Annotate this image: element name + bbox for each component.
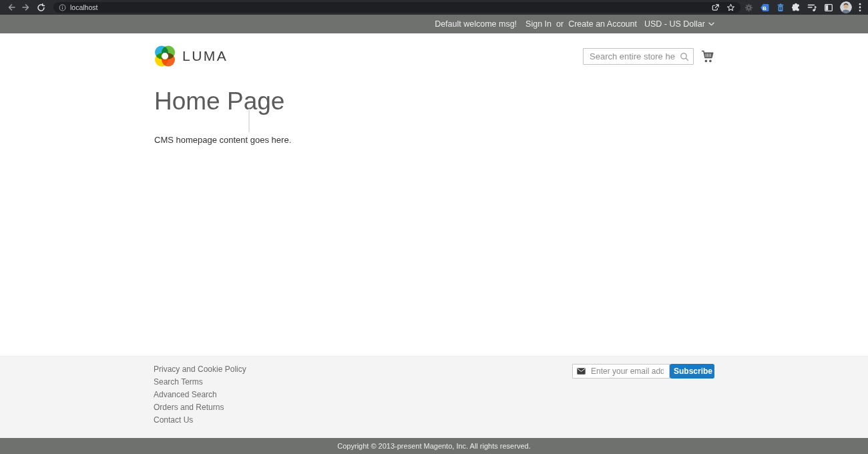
store-top-panel: Default welcome msg! Sign In or Create a… (0, 15, 868, 33)
currency-switcher[interactable]: USD - US Dollar (644, 19, 714, 29)
footer-link-orders-returns[interactable]: Orders and Returns (154, 401, 246, 414)
page-title: Home Page (154, 87, 714, 116)
welcome-message: Default welcome msg! (435, 19, 517, 29)
store-logo[interactable]: LUMA (154, 45, 228, 67)
address-bar[interactable]: localhost (53, 2, 740, 13)
extensions-puzzle-icon[interactable] (791, 3, 801, 12)
luma-logo-mark-icon (154, 45, 176, 67)
profile-avatar[interactable] (840, 1, 852, 13)
svg-text:B: B (763, 5, 767, 11)
browser-reload-button[interactable] (33, 0, 48, 15)
copyright-text: Copyright © 2013-present Magento, Inc. A… (337, 442, 530, 450)
side-panel-icon[interactable] (824, 3, 833, 12)
store-logo-text: LUMA (182, 48, 228, 64)
store-header: LUMA (154, 33, 714, 67)
footer-link-privacy[interactable]: Privacy and Cookie Policy (154, 363, 246, 376)
browser-forward-button[interactable] (19, 0, 33, 15)
footer-link-advanced-search[interactable]: Advanced Search (154, 389, 246, 401)
currency-label: USD - US Dollar (644, 19, 705, 29)
extensions-area: B (744, 1, 863, 13)
search-input[interactable] (584, 49, 693, 64)
forward-arrow-icon (21, 3, 31, 12)
cart-icon[interactable] (701, 50, 714, 65)
subscribe-button[interactable]: Subscribe (670, 364, 714, 379)
gear-icon[interactable] (744, 3, 753, 12)
chevron-down-icon (708, 22, 714, 26)
main-content: Home Page CMS homepage content goes here… (154, 87, 714, 145)
media-controls-icon[interactable] (807, 3, 817, 12)
reload-icon (37, 3, 45, 12)
text-caret (248, 109, 250, 132)
footer-links: Privacy and Cookie Policy Search Terms A… (154, 363, 246, 427)
cms-content-text: CMS homepage content goes here. (154, 135, 714, 145)
bookmark-star-icon[interactable] (726, 3, 735, 12)
create-account-link[interactable]: Create an Account (568, 19, 637, 29)
extension-b-icon[interactable]: B (760, 3, 770, 12)
footer-link-contact-us[interactable]: Contact Us (154, 414, 246, 427)
browser-toolbar: localhost B (0, 0, 868, 15)
search-box (583, 48, 694, 65)
newsletter-email-box (572, 364, 670, 379)
trash-extension-icon[interactable] (777, 3, 785, 12)
envelope-icon (577, 368, 586, 375)
sign-in-link[interactable]: Sign In (525, 19, 552, 29)
copyright-bar: Copyright © 2013-present Magento, Inc. A… (0, 438, 868, 454)
back-arrow-icon (7, 3, 16, 12)
footer: Privacy and Cookie Policy Search Terms A… (0, 356, 868, 438)
browser-back-button[interactable] (4, 0, 19, 15)
search-icon[interactable] (680, 52, 689, 64)
newsletter-signup: Subscribe (572, 364, 714, 379)
url-text[interactable]: localhost (70, 3, 97, 11)
newsletter-email-input[interactable] (590, 366, 665, 377)
header-actions (583, 48, 714, 65)
page-body: LUMA Home Page CMS homepage content goes… (0, 33, 868, 356)
footer-link-search-terms[interactable]: Search Terms (154, 376, 246, 389)
share-icon[interactable] (711, 3, 720, 12)
store-top-panel-inner: Default welcome msg! Sign In or Create a… (154, 15, 714, 33)
site-info-icon[interactable] (59, 4, 66, 11)
or-text: or (556, 19, 564, 29)
footer-inner: Privacy and Cookie Policy Search Terms A… (154, 357, 714, 427)
browser-menu-kebab-icon[interactable] (859, 3, 861, 12)
